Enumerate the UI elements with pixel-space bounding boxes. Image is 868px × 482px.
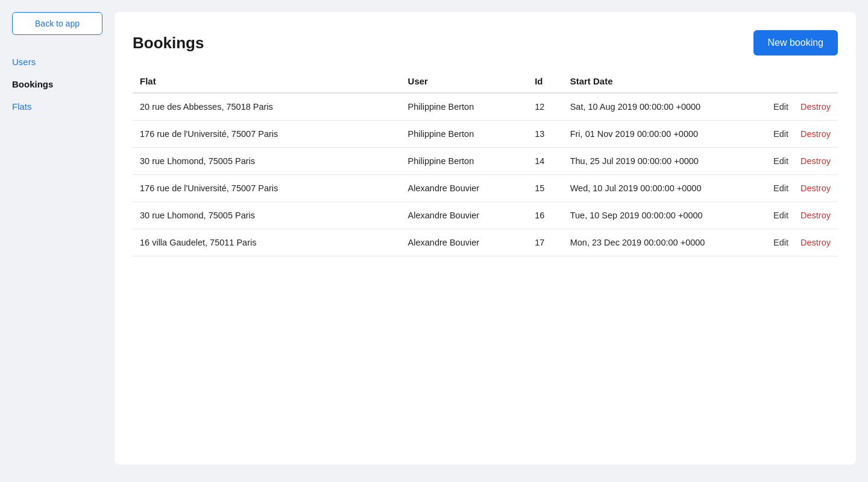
table-row: 30 rue Lhomond, 75005 Paris Alexandre Bo…	[133, 202, 838, 229]
cell-id: 17	[527, 229, 563, 256]
cell-id: 12	[527, 93, 563, 121]
col-header-id: Id	[527, 70, 563, 93]
cell-id: 14	[527, 148, 563, 175]
cell-startdate: Mon, 23 Dec 2019 00:00:00 +0000	[563, 229, 761, 256]
cell-flat: 16 villa Gaudelet, 75011 Paris	[133, 229, 401, 256]
cell-user: Alexandre Bouvier	[401, 202, 528, 229]
col-header-actions	[760, 70, 838, 93]
col-header-user: User	[401, 70, 528, 93]
cell-user: Alexandre Bouvier	[401, 175, 528, 202]
cell-actions: Edit Destroy	[760, 202, 838, 229]
cell-flat: 20 rue des Abbesses, 75018 Paris	[133, 93, 401, 121]
card-header: Bookings New booking	[133, 30, 838, 55]
cell-actions: Edit Destroy	[760, 148, 838, 175]
sidebar-nav: Users Bookings Flats	[12, 53, 102, 120]
table-row: 16 villa Gaudelet, 75011 Paris Alexandre…	[133, 229, 838, 256]
content-card: Bookings New booking Flat User Id Start …	[115, 12, 856, 465]
destroy-link[interactable]: Destroy	[800, 102, 831, 112]
destroy-link[interactable]: Destroy	[800, 211, 831, 220]
cell-user: Philippine Berton	[401, 148, 528, 175]
table-row: 176 rue de l'Université, 75007 Paris Phi…	[133, 121, 838, 148]
cell-user: Philippine Berton	[401, 93, 528, 121]
destroy-link[interactable]: Destroy	[800, 129, 831, 139]
table-row: 20 rue des Abbesses, 75018 Paris Philipp…	[133, 93, 838, 121]
edit-link[interactable]: Edit	[773, 238, 788, 247]
cell-actions: Edit Destroy	[760, 93, 838, 121]
page-title: Bookings	[133, 34, 204, 52]
cell-id: 16	[527, 202, 563, 229]
cell-startdate: Wed, 10 Jul 2019 00:00:00 +0000	[563, 175, 761, 202]
cell-startdate: Thu, 25 Jul 2019 00:00:00 +0000	[563, 148, 761, 175]
destroy-link[interactable]: Destroy	[800, 183, 831, 193]
cell-startdate: Sat, 10 Aug 2019 00:00:00 +0000	[563, 93, 761, 121]
cell-id: 13	[527, 121, 563, 148]
edit-link[interactable]: Edit	[773, 156, 788, 166]
cell-user: Philippine Berton	[401, 121, 528, 148]
destroy-link[interactable]: Destroy	[800, 238, 831, 247]
col-header-flat: Flat	[133, 70, 401, 93]
cell-flat: 30 rue Lhomond, 75005 Paris	[133, 148, 401, 175]
new-booking-button[interactable]: New booking	[753, 30, 838, 55]
sidebar-item-bookings[interactable]: Bookings	[12, 75, 102, 93]
sidebar-item-flats[interactable]: Flats	[12, 98, 102, 115]
edit-link[interactable]: Edit	[773, 211, 788, 220]
cell-flat: 176 rue de l'Université, 75007 Paris	[133, 121, 401, 148]
edit-link[interactable]: Edit	[773, 183, 788, 193]
sidebar-item-users[interactable]: Users	[12, 53, 102, 71]
col-header-startdate: Start Date	[563, 70, 761, 93]
cell-user: Alexandre Bouvier	[401, 229, 528, 256]
main-content: Bookings New booking Flat User Id Start …	[115, 0, 868, 482]
bookings-table: Flat User Id Start Date 20 rue des Abbes…	[133, 70, 838, 256]
cell-id: 15	[527, 175, 563, 202]
table-header-row: Flat User Id Start Date	[133, 70, 838, 93]
cell-actions: Edit Destroy	[760, 121, 838, 148]
edit-link[interactable]: Edit	[773, 102, 788, 112]
cell-flat: 176 rue de l'Université, 75007 Paris	[133, 175, 401, 202]
destroy-link[interactable]: Destroy	[800, 156, 831, 166]
table-row: 176 rue de l'Université, 75007 Paris Ale…	[133, 175, 838, 202]
table-row: 30 rue Lhomond, 75005 Paris Philippine B…	[133, 148, 838, 175]
edit-link[interactable]: Edit	[773, 129, 788, 139]
sidebar: Back to app Users Bookings Flats	[0, 0, 115, 482]
cell-flat: 30 rue Lhomond, 75005 Paris	[133, 202, 401, 229]
cell-actions: Edit Destroy	[760, 229, 838, 256]
cell-startdate: Fri, 01 Nov 2019 00:00:00 +0000	[563, 121, 761, 148]
cell-startdate: Tue, 10 Sep 2019 00:00:00 +0000	[563, 202, 761, 229]
cell-actions: Edit Destroy	[760, 175, 838, 202]
back-to-app-button[interactable]: Back to app	[12, 12, 102, 35]
